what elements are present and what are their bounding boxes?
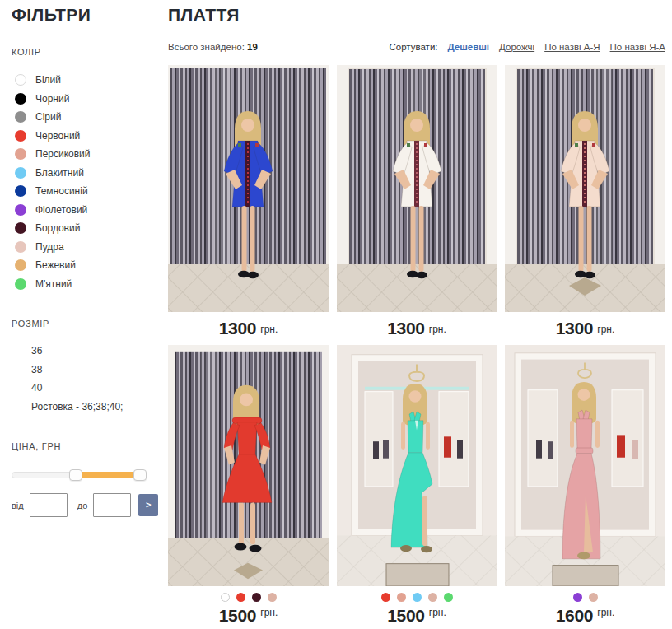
- product-photo-illustration: [505, 345, 665, 586]
- color-swatch-icon: [15, 111, 26, 123]
- color-filter-option[interactable]: Бордовий: [12, 219, 158, 238]
- product-card: 1300 грн.: [168, 65, 329, 345]
- product-card: 1300 грн.: [505, 65, 665, 345]
- color-swatch-icon: [15, 74, 26, 86]
- color-swatch-icon: [15, 204, 26, 216]
- color-filter-option[interactable]: Блакитний: [12, 164, 158, 183]
- catalog-page: ФІЛЬТРИ КОЛІР БілийЧорнийСірийЧервонийПе…: [0, 0, 672, 629]
- size-filter-option[interactable]: 40: [12, 379, 158, 398]
- color-filter-option[interactable]: Персиковий: [12, 145, 158, 164]
- variant-dot[interactable]: [573, 593, 582, 602]
- filters-sidebar: ФІЛЬТРИ КОЛІР БілийЧорнийСірийЧервонийПе…: [12, 5, 158, 517]
- product-photo-illustration: [168, 65, 329, 312]
- size-filter-label: РОЗМІР: [12, 319, 158, 328]
- variant-dots: [505, 589, 665, 604]
- product-price: 1500 грн.: [168, 604, 329, 626]
- variant-dot[interactable]: [428, 593, 437, 602]
- color-swatch-icon: [15, 278, 26, 290]
- slider-handle-min[interactable]: [69, 469, 82, 481]
- color-option-label: Сірий: [35, 111, 61, 123]
- catalog-main: ПЛАТТЯ Всього знайдено: 19 Сортувати: Де…: [168, 5, 665, 626]
- product-photo[interactable]: [505, 65, 665, 312]
- variant-dot[interactable]: [236, 593, 245, 602]
- variant-dots: [337, 589, 497, 604]
- color-swatch-icon: [15, 148, 26, 160]
- product-card: 1500 грн.: [337, 345, 497, 626]
- sort-option[interactable]: По назві Я-А: [610, 42, 665, 52]
- slider-handle-max[interactable]: [133, 469, 147, 481]
- variant-dot[interactable]: [589, 593, 598, 602]
- price-value: 1600: [556, 606, 594, 626]
- sort-bar: Сортувати: ДешевшіДорожчіПо назві А-ЯПо …: [390, 42, 666, 52]
- sort-option[interactable]: Дешевші: [448, 42, 490, 52]
- product-photo[interactable]: [505, 345, 665, 586]
- size-filter-option[interactable]: 38: [12, 361, 158, 380]
- color-filter-option[interactable]: Білий: [12, 71, 158, 90]
- price-to-label: до: [77, 501, 88, 510]
- color-swatch-icon: [15, 93, 26, 105]
- variant-dots: [168, 589, 329, 604]
- product-card: 1300 грн.: [337, 65, 497, 345]
- price-currency: грн.: [597, 324, 614, 335]
- variant-dot[interactable]: [381, 593, 390, 602]
- price-value: 1300: [219, 319, 257, 338]
- sort-option[interactable]: По назві А-Я: [544, 42, 600, 52]
- product-photo-illustration: [337, 65, 497, 312]
- color-option-label: Фіолетовий: [35, 204, 87, 216]
- size-filter-option[interactable]: 36: [12, 342, 158, 361]
- price-value: 1500: [219, 606, 257, 626]
- color-filter-option[interactable]: Червоний: [12, 127, 158, 146]
- color-filter-option[interactable]: Темносиній: [12, 182, 158, 201]
- color-filter-option[interactable]: М'ятний: [12, 275, 158, 294]
- color-filter-option[interactable]: Сірий: [12, 108, 158, 127]
- variant-dot[interactable]: [397, 593, 406, 602]
- product-photo[interactable]: [337, 65, 497, 312]
- price-from-input[interactable]: [30, 493, 68, 517]
- price-currency: грн.: [260, 324, 278, 335]
- product-photo-illustration: [505, 65, 665, 312]
- product-price: 1300 грн.: [168, 312, 329, 345]
- results-count: Всього знайдено: 19: [168, 42, 258, 52]
- size-filter-option[interactable]: Ростовка - 36;38;40;: [12, 398, 158, 417]
- product-grid: 1300 грн.: [168, 65, 665, 626]
- price-currency: грн.: [429, 607, 446, 618]
- color-swatch-icon: [15, 130, 26, 142]
- color-option-label: Бордовий: [35, 222, 80, 234]
- product-price: 1300 грн.: [505, 312, 665, 345]
- variant-dot[interactable]: [268, 593, 277, 602]
- color-option-label: Темносиній: [35, 185, 88, 197]
- color-swatch-icon: [15, 185, 26, 197]
- color-filter-label: КОЛІР: [12, 47, 158, 57]
- color-filter-option[interactable]: Бежевий: [12, 256, 158, 275]
- variant-dot[interactable]: [413, 593, 422, 602]
- color-swatch-icon: [15, 241, 26, 253]
- color-filter-list: БілийЧорнийСірийЧервонийПерсиковийБлакит…: [12, 71, 158, 293]
- price-filter-label: ЦІНА, ГРН: [12, 441, 158, 451]
- price-to-input[interactable]: [93, 493, 131, 517]
- product-card: 1500 грн.: [168, 345, 329, 626]
- color-option-label: Білий: [35, 74, 61, 86]
- results-count-label: Всього знайдено:: [168, 42, 245, 52]
- color-option-label: Чорний: [35, 93, 69, 105]
- sort-option[interactable]: Дорожчі: [499, 42, 534, 52]
- price-apply-button[interactable]: >: [138, 494, 158, 516]
- variant-dot[interactable]: [221, 593, 230, 602]
- page-title: ПЛАТТЯ: [168, 5, 665, 25]
- color-option-label: Персиковий: [35, 148, 91, 160]
- color-option-label: Бежевий: [35, 259, 76, 271]
- price-range-slider[interactable]: [12, 469, 145, 481]
- variant-dot[interactable]: [252, 593, 261, 602]
- color-swatch-icon: [15, 167, 26, 179]
- color-filter-option[interactable]: Пудра: [12, 238, 158, 257]
- price-currency: грн.: [429, 324, 446, 335]
- color-option-label: Блакитний: [35, 167, 84, 179]
- color-filter-option[interactable]: Чорний: [12, 90, 158, 109]
- product-photo[interactable]: [168, 345, 329, 586]
- price-value: 1300: [387, 319, 425, 338]
- color-swatch-icon: [15, 222, 26, 234]
- color-filter-option[interactable]: Фіолетовий: [12, 201, 158, 220]
- product-photo[interactable]: [337, 345, 497, 586]
- color-option-label: Червоний: [35, 130, 80, 142]
- variant-dot[interactable]: [444, 593, 453, 602]
- product-photo[interactable]: [168, 65, 329, 312]
